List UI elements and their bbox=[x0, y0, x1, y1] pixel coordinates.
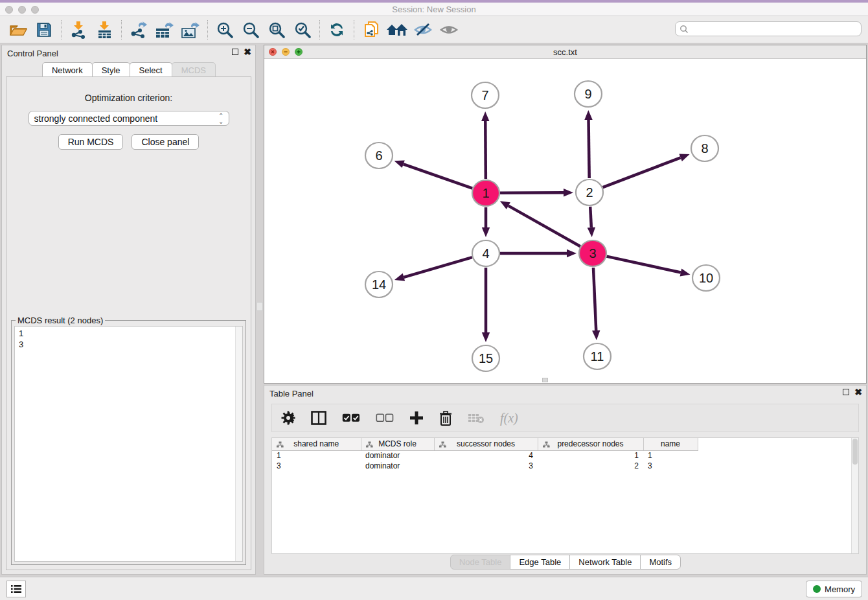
column-header-successor-nodes[interactable]: successor nodes bbox=[434, 438, 538, 450]
cell-name[interactable]: 3 bbox=[643, 461, 698, 471]
network-canvas[interactable]: 7968124314101511 bbox=[264, 59, 866, 383]
table-header-row[interactable]: shared nameMCDS rolesuccessor nodesprede… bbox=[272, 438, 698, 450]
plus-icon bbox=[409, 411, 424, 425]
node-table: shared nameMCDS rolesuccessor nodesprede… bbox=[271, 437, 859, 554]
cell-predecessor_nodes[interactable]: 2 bbox=[538, 461, 643, 471]
edge-2-9[interactable] bbox=[589, 120, 589, 178]
edge-3-10[interactable] bbox=[606, 257, 680, 273]
optimization-criterion-select[interactable]: strongly connected component ⌃⌄ bbox=[29, 111, 229, 126]
import-table-button[interactable] bbox=[91, 18, 117, 41]
canvas-splitter-handle[interactable] bbox=[542, 378, 548, 382]
select-all-button[interactable] bbox=[342, 413, 360, 422]
window-titlebar: Session: New Session bbox=[0, 3, 868, 16]
edge-arrowhead bbox=[482, 227, 490, 237]
float-table-panel-icon[interactable] bbox=[843, 389, 849, 395]
close-table-panel-icon[interactable]: ✖ bbox=[854, 389, 862, 395]
zoom-out-button[interactable] bbox=[238, 18, 264, 41]
show-all-button[interactable] bbox=[436, 18, 462, 41]
tab-motifs[interactable]: Motifs bbox=[640, 555, 681, 570]
tab-mcds[interactable]: MCDS bbox=[172, 62, 216, 78]
open-folder-icon bbox=[9, 22, 27, 38]
tab-select[interactable]: Select bbox=[130, 62, 172, 78]
export-network-button[interactable] bbox=[126, 18, 152, 41]
zoom-in-icon bbox=[216, 21, 233, 38]
close-panel-button[interactable]: Close panel bbox=[131, 134, 199, 150]
zoom-selected-button[interactable] bbox=[290, 18, 315, 41]
tab-node-table[interactable]: Node Table bbox=[450, 555, 511, 570]
cell-successor_nodes[interactable]: 3 bbox=[434, 461, 538, 471]
edge-4-14[interactable] bbox=[404, 257, 472, 277]
table-options-gear-button[interactable] bbox=[281, 411, 295, 425]
tab-network-table[interactable]: Network Table bbox=[569, 555, 641, 570]
edge-2-8[interactable] bbox=[603, 157, 681, 187]
deselect-all-button[interactable] bbox=[376, 413, 394, 422]
zoom-selected-icon bbox=[294, 21, 311, 38]
clone-network-button[interactable] bbox=[358, 18, 384, 41]
export-image-icon bbox=[181, 21, 200, 39]
cell-mcds_role[interactable]: dominator bbox=[361, 461, 434, 471]
add-column-button[interactable] bbox=[409, 411, 424, 425]
edge-1-6[interactable] bbox=[404, 164, 473, 188]
import-table-icon bbox=[96, 21, 113, 39]
cell-mcds_role[interactable]: dominator bbox=[361, 450, 434, 461]
edge-2-3[interactable] bbox=[590, 207, 591, 227]
result-scrollbar[interactable] bbox=[235, 327, 242, 561]
save-session-button[interactable] bbox=[31, 18, 57, 41]
export-image-button[interactable] bbox=[177, 18, 203, 41]
table-row[interactable]: 1dominator411 bbox=[272, 450, 698, 461]
refresh-icon bbox=[328, 21, 345, 38]
search-input[interactable] bbox=[689, 25, 851, 34]
graph-node-label: 4 bbox=[482, 246, 489, 260]
mcds-result-item[interactable]: 1 bbox=[19, 328, 242, 339]
refresh-view-button[interactable] bbox=[324, 18, 350, 41]
open-session-button[interactable] bbox=[5, 18, 31, 41]
edge-arrowhead bbox=[592, 330, 600, 340]
cell-name[interactable]: 1 bbox=[643, 450, 698, 461]
mcds-result-list[interactable]: 13 bbox=[14, 326, 243, 562]
column-header-shared-name[interactable]: shared name bbox=[272, 438, 361, 450]
float-panel-icon[interactable] bbox=[232, 49, 238, 55]
edge-3-1[interactable] bbox=[508, 206, 580, 247]
column-header-predecessor-nodes[interactable]: predecessor nodes bbox=[538, 438, 643, 450]
mcds-result-group: MCDS result (2 nodes) 13 bbox=[11, 320, 246, 565]
mcds-result-item[interactable]: 3 bbox=[19, 339, 242, 350]
run-mcds-button[interactable]: Run MCDS bbox=[58, 134, 124, 150]
table-scrollbar[interactable] bbox=[851, 438, 858, 553]
control-panel-tabs: NetworkStyleSelectMCDS bbox=[2, 62, 255, 78]
home-layout-button[interactable] bbox=[384, 18, 410, 41]
edge-arrowhead bbox=[481, 111, 489, 121]
memory-status-dot bbox=[813, 585, 821, 593]
column-header-MCDS-role[interactable]: MCDS role bbox=[361, 438, 434, 450]
tab-edge-table[interactable]: Edge Table bbox=[510, 555, 570, 570]
edge-arrowhead bbox=[680, 268, 691, 276]
show-column-panel-button[interactable] bbox=[311, 411, 326, 425]
tab-network[interactable]: Network bbox=[42, 62, 93, 78]
edge-3-11[interactable] bbox=[593, 268, 596, 330]
window-title: Session: New Session bbox=[0, 5, 868, 14]
edge-1-2[interactable] bbox=[500, 192, 564, 193]
toolbar-separator bbox=[319, 20, 320, 40]
function-builder-button[interactable]: f(x) bbox=[500, 411, 518, 426]
cell-shared_name[interactable]: 3 bbox=[272, 461, 361, 471]
network-window-titlebar[interactable]: scc.txt bbox=[264, 45, 866, 59]
zoom-in-button[interactable] bbox=[212, 18, 238, 41]
cell-successor_nodes[interactable]: 4 bbox=[434, 450, 538, 461]
column-header-name[interactable]: name bbox=[643, 438, 698, 450]
delete-table-button[interactable] bbox=[468, 412, 485, 424]
hide-selected-button[interactable] bbox=[410, 18, 436, 41]
delete-column-button[interactable] bbox=[439, 411, 452, 426]
edge-1-7[interactable] bbox=[485, 121, 486, 179]
control-panel: Control Panel ✖ NetworkStyleSelectMCDS O… bbox=[1, 45, 256, 575]
close-panel-icon[interactable]: ✖ bbox=[244, 49, 251, 55]
table-row[interactable]: 3dominator323 bbox=[272, 461, 698, 471]
panel-splitter-grip[interactable] bbox=[257, 302, 263, 311]
task-history-button[interactable] bbox=[6, 581, 26, 597]
memory-button[interactable]: Memory bbox=[806, 581, 862, 597]
cell-shared_name[interactable]: 1 bbox=[272, 450, 361, 461]
cell-predecessor_nodes[interactable]: 1 bbox=[538, 450, 643, 461]
global-search[interactable] bbox=[675, 21, 862, 36]
tab-style[interactable]: Style bbox=[92, 62, 130, 78]
import-network-button[interactable] bbox=[65, 18, 91, 41]
export-table-button[interactable] bbox=[152, 18, 177, 41]
zoom-fit-button[interactable] bbox=[264, 18, 290, 41]
